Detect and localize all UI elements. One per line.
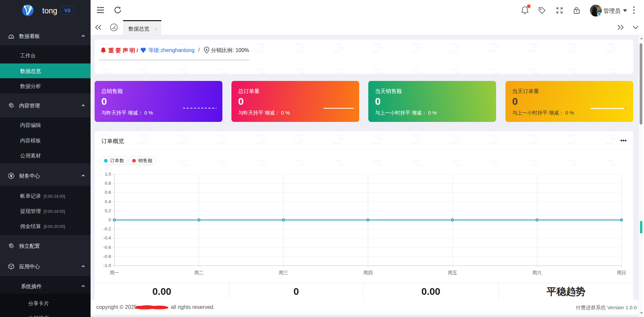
svg-text:周六: 周六 [532, 270, 542, 275]
svg-text:-0.4: -0.4 [103, 235, 111, 240]
svg-text:0: 0 [108, 217, 111, 222]
svg-text:周四: 周四 [363, 270, 373, 275]
svg-text:周三: 周三 [279, 270, 288, 275]
svg-text:周二: 周二 [194, 270, 204, 275]
svg-text:0.4: 0.4 [105, 199, 111, 204]
svg-text:周日: 周日 [617, 270, 626, 275]
svg-text:$: $ [206, 48, 208, 51]
svg-text:-0.8: -0.8 [103, 254, 111, 259]
svg-text:0.8: 0.8 [105, 181, 111, 186]
svg-text:周一: 周一 [110, 270, 119, 275]
svg-text:周五: 周五 [448, 270, 457, 275]
